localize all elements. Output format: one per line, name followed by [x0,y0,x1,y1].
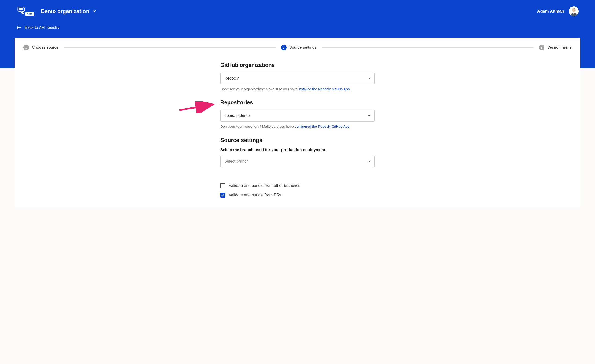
svg-point-3 [574,10,575,10]
repository-select[interactable]: openapi-demo [220,110,375,122]
check-icon [221,193,225,197]
header-top-row: beta Demo organization Adam Altman [16,4,579,18]
avatar-icon [569,6,579,16]
org-name: Demo organization [41,8,89,14]
github-org-select[interactable]: Redocly [220,72,375,84]
step-version-name[interactable]: 3 Version name [539,45,572,50]
select-placeholder: Select branch [224,159,249,164]
github-orgs-title: GitHub organizations [220,62,375,68]
checkbox-other-branches[interactable] [220,183,226,188]
select-value: Redocly [224,76,239,81]
hint-text: Don't see your organization? Make sure y… [220,87,298,91]
header-right: Adam Altman [537,6,579,16]
install-app-link[interactable]: installed the Redocly GitHub App. [298,87,351,91]
caret-down-icon [368,78,371,79]
logo-icon [16,7,26,15]
step-divider [322,48,534,48]
step-divider [64,48,276,48]
hint-text: Don't see your repository? Make sure you… [220,124,295,128]
svg-line-4 [179,104,213,110]
branch-label: Select the branch used for your producti… [220,148,375,152]
chevron-down-icon [93,10,96,13]
select-value: openapi-demo [224,114,250,118]
svg-point-1 [572,8,576,12]
checkbox-prs[interactable] [220,193,226,198]
repo-hint: Don't see your repository? Make sure you… [220,124,375,128]
step-number: 2 [281,45,286,50]
header-left: beta Demo organization [16,7,96,15]
stepper: 1 Choose source 2 Source settings 3 Vers… [23,45,572,50]
org-switcher[interactable]: Demo organization [41,8,96,14]
branch-select[interactable]: Select branch [220,156,375,167]
beta-badge: beta [25,12,34,16]
checkbox-label: Validate and bundle from other branches [229,183,300,188]
checkbox-label: Validate and bundle from PRs [229,193,281,197]
back-link[interactable]: Back to API registry [16,25,579,30]
step-choose-source[interactable]: 1 Choose source [23,45,58,50]
annotation-arrow-icon [178,101,218,113]
step-number: 3 [539,45,545,50]
user-name[interactable]: Adam Altman [537,9,564,14]
repositories-title: Repositories [220,100,375,106]
step-number: 1 [23,45,29,50]
form-area: GitHub organizations Redocly Don't see y… [220,62,375,198]
avatar[interactable] [569,6,579,16]
svg-point-2 [573,10,573,10]
org-hint: Don't see your organization? Make sure y… [220,87,375,91]
step-source-settings[interactable]: 2 Source settings [281,45,317,50]
back-link-label: Back to API registry [25,25,59,30]
step-label: Version name [547,45,572,50]
source-settings-title: Source settings [220,137,375,143]
configure-app-link[interactable]: configured the Redocly GitHub App [295,124,349,128]
logo[interactable]: beta [16,7,34,15]
caret-down-icon [368,115,371,116]
checkbox-other-branches-row: Validate and bundle from other branches [220,183,375,188]
arrow-left-icon [16,26,21,30]
checkbox-prs-row: Validate and bundle from PRs [220,193,375,198]
step-label: Source settings [289,45,317,50]
caret-down-icon [368,161,371,162]
step-label: Choose source [32,45,58,50]
main-card: 1 Choose source 2 Source settings 3 Vers… [14,38,581,207]
